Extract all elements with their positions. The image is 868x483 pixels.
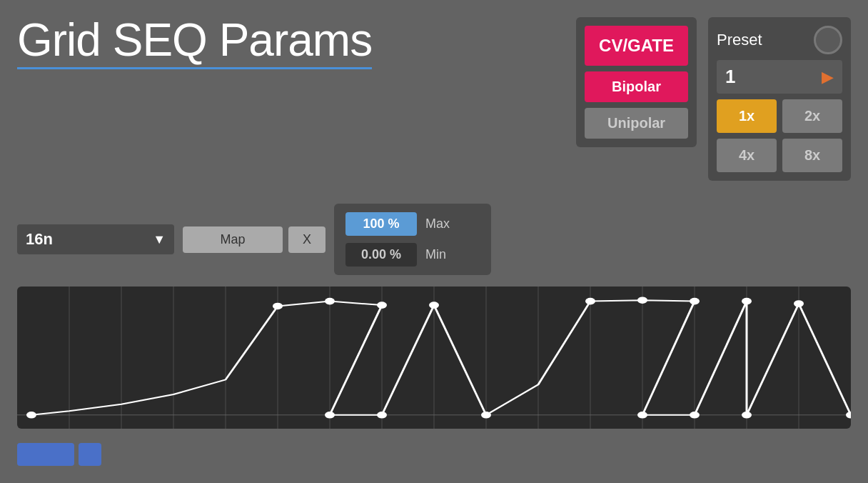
svg-point-21 — [429, 302, 439, 309]
preset-panel: Preset 1 ▶ 1x 2x 4x 8x — [708, 17, 851, 181]
preset-number-row: 1 ▶ — [717, 60, 842, 94]
unipolar-button[interactable]: Unipolar — [585, 108, 688, 139]
svg-point-27 — [690, 412, 700, 419]
svg-point-22 — [481, 412, 491, 419]
preset-arrow-icon[interactable]: ▶ — [822, 68, 834, 86]
svg-point-31 — [846, 412, 851, 419]
map-x-container: Map X — [183, 226, 326, 253]
preset-knob[interactable] — [814, 26, 842, 54]
sequencer-graph[interactable] — [17, 287, 851, 429]
mult-1x-button[interactable]: 1x — [717, 99, 777, 133]
svg-point-30 — [794, 300, 804, 307]
svg-point-19 — [325, 412, 335, 419]
bottom-small-button[interactable] — [79, 443, 101, 466]
note-division-dropdown[interactable]: 16n ▼ — [17, 224, 174, 254]
svg-point-29 — [742, 412, 752, 419]
svg-point-26 — [637, 412, 647, 419]
svg-point-18 — [377, 302, 387, 309]
min-row: 0.00 % Min — [345, 243, 480, 267]
max-row: 100 % Max — [345, 212, 480, 236]
svg-point-23 — [585, 298, 595, 305]
title-area: Grid SEQ Params — [17, 17, 372, 69]
mode-panel: CV/GATE Bipolar Unipolar — [576, 17, 697, 147]
title-underline — [17, 67, 372, 69]
mult-8x-button[interactable]: 8x — [782, 139, 842, 172]
main-container: Grid SEQ Params CV/GATE Bipolar Unipolar… — [0, 0, 868, 483]
max-label: Max — [425, 216, 450, 231]
svg-point-16 — [273, 303, 283, 310]
preset-label: Preset — [717, 31, 762, 49]
x-button[interactable]: X — [288, 226, 326, 253]
dropdown-arrow-icon: ▼ — [153, 232, 166, 247]
page-title: Grid SEQ Params — [17, 17, 372, 63]
svg-point-32 — [26, 412, 36, 419]
bottom-wide-button[interactable] — [17, 443, 74, 466]
svg-point-17 — [325, 298, 335, 305]
preset-top-row: Preset — [717, 26, 842, 54]
svg-point-25 — [690, 298, 700, 305]
preset-value: 1 — [725, 66, 735, 88]
note-division-value: 16n — [26, 230, 147, 249]
svg-point-20 — [377, 412, 387, 419]
max-value[interactable]: 100 % — [345, 212, 417, 236]
bottom-buttons — [17, 443, 851, 466]
seq-svg — [17, 287, 851, 429]
svg-point-28 — [742, 298, 752, 305]
mult-2x-button[interactable]: 2x — [782, 99, 842, 133]
min-value[interactable]: 0.00 % — [345, 243, 417, 267]
bipolar-button[interactable]: Bipolar — [585, 71, 688, 102]
min-label: Min — [425, 247, 446, 262]
svg-point-24 — [637, 297, 647, 304]
multiplier-grid: 1x 2x 4x 8x — [717, 99, 842, 172]
mult-4x-button[interactable]: 4x — [717, 139, 777, 172]
map-button[interactable]: Map — [183, 226, 283, 253]
controls-row: 16n ▼ Map X 100 % Max 0.00 % Min — [17, 204, 851, 275]
top-section: Grid SEQ Params CV/GATE Bipolar Unipolar… — [17, 17, 851, 181]
cv-gate-button[interactable]: CV/GATE — [585, 26, 688, 66]
range-controls: 100 % Max 0.00 % Min — [334, 204, 491, 275]
